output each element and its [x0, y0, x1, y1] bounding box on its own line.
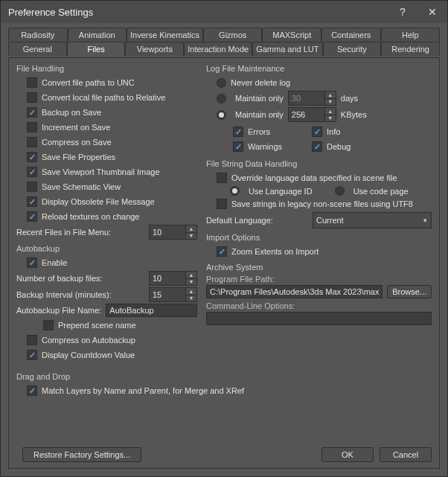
- log-days-spinner[interactable]: 30 ▲▼: [288, 91, 336, 106]
- cancel-button[interactable]: Cancel: [380, 447, 432, 462]
- save-utf8-checkbox[interactable]: [217, 199, 227, 209]
- help-icon[interactable]: ?: [388, 1, 417, 23]
- log-kb-radio[interactable]: [217, 110, 226, 120]
- autobackup-name-input[interactable]: [106, 304, 197, 317]
- autobackup-title: Autobackup: [16, 244, 197, 253]
- display-obsolete-checkbox[interactable]: [27, 196, 37, 207]
- log-info-checkbox[interactable]: [312, 127, 322, 137]
- tab-help[interactable]: Help: [381, 28, 441, 42]
- tab-maxscript[interactable]: MAXScript: [262, 28, 321, 42]
- increment-on-save-checkbox[interactable]: [27, 122, 37, 132]
- use-lang-id-radio[interactable]: [230, 186, 240, 196]
- tab-gizmos[interactable]: Gizmos: [203, 28, 263, 42]
- convert-rel-checkbox[interactable]: [27, 92, 37, 103]
- chevron-up-icon[interactable]: ▲: [186, 272, 196, 278]
- recent-files-value[interactable]: 10: [150, 225, 185, 239]
- chevron-down-icon[interactable]: ▼: [325, 115, 336, 122]
- log-info-label: Info: [327, 127, 351, 136]
- tab-gamma-and-lut[interactable]: Gamma and LUT: [252, 42, 322, 56]
- save-file-properties-checkbox[interactable]: [27, 152, 37, 162]
- num-backup-spinner[interactable]: 10 ▲▼: [149, 271, 197, 286]
- log-kb-unit: KBytes: [341, 110, 367, 119]
- compress-autobackup-checkbox[interactable]: [27, 335, 37, 345]
- log-kb-value[interactable]: 256: [289, 108, 324, 121]
- compress-on-save-checkbox[interactable]: [27, 137, 37, 147]
- tab-general[interactable]: General: [8, 42, 67, 56]
- save-schematic-checkbox[interactable]: [27, 182, 37, 192]
- tab-files[interactable]: Files: [67, 42, 126, 56]
- recent-files-label: Recent Files in File Menu:: [16, 228, 144, 237]
- chevron-down-icon[interactable]: ▼: [186, 232, 196, 240]
- zoom-extents-checkbox[interactable]: [217, 246, 227, 257]
- convert-unc-checkbox[interactable]: [27, 77, 37, 88]
- compress-autobackup-label: Compress on Autobackup: [42, 336, 197, 345]
- save-thumbnail-checkbox[interactable]: [27, 167, 37, 177]
- tab-security[interactable]: Security: [323, 42, 382, 56]
- autobackup-enable-checkbox[interactable]: [27, 257, 37, 268]
- save-schematic-label: Save Schematic View: [42, 182, 197, 191]
- file-string-title: File String Data Handling: [206, 159, 432, 168]
- log-errors-checkbox[interactable]: [233, 127, 243, 137]
- reload-textures-checkbox[interactable]: [27, 211, 37, 222]
- save-utf8-label: Save strings in legacy non-scene files u…: [231, 199, 432, 208]
- backup-on-save-checkbox[interactable]: [27, 107, 37, 118]
- tab-containers[interactable]: Containers: [321, 28, 381, 42]
- prepend-scene-label: Prepend scene name: [58, 321, 197, 330]
- chevron-down-icon[interactable]: ▼: [186, 295, 196, 302]
- chevron-up-icon[interactable]: ▲: [325, 92, 336, 98]
- import-title: Import Options: [206, 233, 432, 242]
- archive-title: Archive System: [206, 263, 432, 272]
- chevron-down-icon[interactable]: ▼: [325, 98, 336, 106]
- log-never-radio[interactable]: [217, 78, 226, 88]
- chevron-up-icon[interactable]: ▲: [186, 225, 196, 232]
- restore-factory-button[interactable]: Restore Factory Settings...: [22, 447, 141, 462]
- backup-interval-value[interactable]: 15: [150, 288, 185, 301]
- prepend-scene-checkbox[interactable]: [43, 320, 54, 330]
- log-kb-label: Maintain only: [235, 110, 284, 119]
- zoom-extents-label: Zoom Extents on Import: [231, 247, 432, 256]
- match-layers-checkbox[interactable]: [27, 385, 37, 396]
- log-warnings-checkbox[interactable]: [233, 141, 243, 152]
- browse-button[interactable]: Browse...: [387, 285, 432, 298]
- file-handling-title: File Handling: [16, 64, 197, 73]
- close-icon[interactable]: ✕: [417, 1, 447, 23]
- chevron-up-icon[interactable]: ▲: [325, 108, 336, 115]
- default-language-combo[interactable]: Current: [313, 212, 432, 228]
- use-code-page-label: Use code page: [353, 187, 409, 196]
- override-lang-checkbox[interactable]: [217, 173, 227, 183]
- default-language-value: Current: [316, 216, 428, 225]
- cmd-options-input[interactable]: [206, 312, 432, 325]
- log-days-unit: days: [341, 94, 358, 103]
- tab-viewports[interactable]: Viewports: [125, 42, 184, 56]
- tab-radiosity[interactable]: Radiosity: [8, 28, 68, 42]
- tab-animation[interactable]: Animation: [68, 28, 127, 42]
- display-countdown-checkbox[interactable]: [27, 350, 37, 360]
- use-code-page-radio[interactable]: [335, 186, 345, 196]
- log-never-label: Never delete log: [231, 78, 432, 87]
- tab-interaction-mode[interactable]: Interaction Mode: [184, 42, 252, 56]
- chevron-down-icon[interactable]: ▼: [186, 278, 196, 286]
- backup-on-save-label: Backup on Save: [42, 108, 197, 117]
- increment-on-save-label: Increment on Save: [42, 123, 197, 132]
- log-warnings-label: Warnings: [248, 142, 282, 151]
- backup-interval-spinner[interactable]: 15 ▲▼: [149, 287, 197, 302]
- autobackup-enable-label: Enable: [42, 258, 197, 267]
- window-title: Preference Settings: [8, 7, 93, 18]
- save-file-properties-label: Save File Properties: [42, 153, 197, 161]
- tab-strip: Radiosity Animation Inverse Kinematics G…: [8, 28, 440, 56]
- log-days-value[interactable]: 30: [289, 92, 324, 105]
- program-path-input[interactable]: [206, 285, 383, 298]
- chevron-up-icon[interactable]: ▲: [186, 288, 196, 295]
- ok-button[interactable]: OK: [321, 447, 374, 462]
- num-backup-value[interactable]: 10: [150, 272, 185, 285]
- tab-inverse-kinematics[interactable]: Inverse Kinematics: [127, 28, 203, 42]
- log-debug-checkbox[interactable]: [312, 141, 322, 152]
- log-title: Log File Maintenance: [206, 64, 432, 73]
- drag-drop-title: Drag and Drop: [16, 372, 432, 381]
- num-backup-label: Number of backup files:: [16, 274, 144, 283]
- convert-unc-label: Convert file paths to UNC: [42, 78, 197, 87]
- recent-files-spinner[interactable]: 10 ▲▼: [149, 225, 197, 240]
- log-kb-spinner[interactable]: 256 ▲▼: [288, 107, 336, 122]
- tab-rendering[interactable]: Rendering: [381, 42, 440, 56]
- log-days-radio[interactable]: [217, 94, 226, 103]
